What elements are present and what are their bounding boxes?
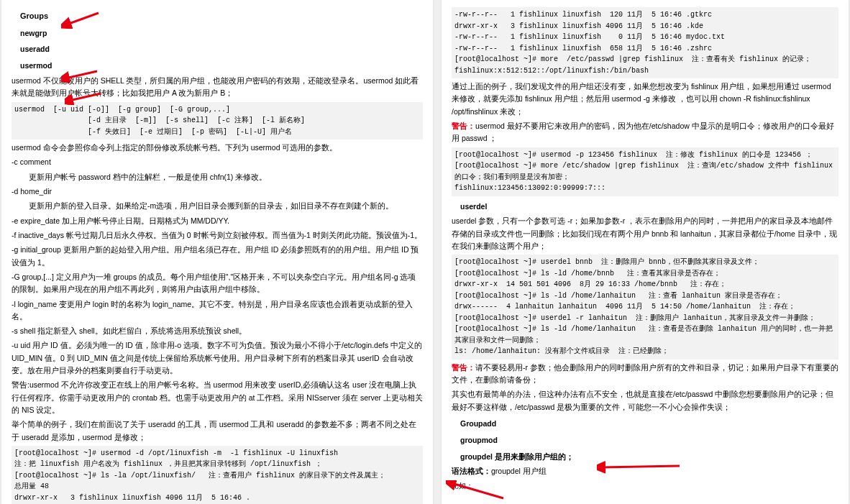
opt-f: -f inactive_days 帐号过期几日后永久停权。当值为 0 时帐号则立… (12, 229, 423, 242)
ls-output: -rw-r--r-- 1 fishlinux linuxfish 120 11月… (452, 7, 838, 78)
right-page: -rw-r--r-- 1 fishlinux linuxfish 120 11月… (442, 0, 849, 504)
p-last: 比如： (452, 480, 838, 492)
groupdel-syntax-line: 语法格式：groupdel 用户组 (452, 465, 838, 477)
heading-groups: Groups (20, 10, 423, 23)
heading-groupmod: groupmod (460, 434, 838, 446)
opt-d: -d home_dir (12, 185, 423, 198)
p-passwd-note: 其实也有最简单的办法，但这种办法有点不安全，也就是直接在/etc/passwd … (452, 388, 838, 413)
opt-e: -e expire_date 加上用户帐号停止日期。日期格式为 MM/DD/YY… (12, 215, 423, 227)
heading-groupadd: Groupadd (460, 418, 838, 430)
warn-label-2: 警告： (452, 363, 475, 372)
p-userdel-intro: userdel 参数，只有一个参数可选 -r；如果加参数-r ，表示在删除用户的… (452, 215, 838, 252)
opt-c: -c comment (12, 156, 423, 168)
heading-newgrp: newgrp (20, 27, 423, 40)
left-page: Groups newgrp useradd usermod usermod 不仅… (1, 0, 433, 504)
opt-u: -u uid 用户 ID 值。必须为唯一的 ID 值，除非用-o 选项。数字不可… (12, 339, 423, 377)
heading-userdel: userdel (460, 201, 838, 213)
warn-label: 警告： (452, 122, 475, 130)
userdel-warning: 警告：请不要轻易用-r 参数；他会删除用户的同时删除用户所有的文件和目录，切记；… (452, 362, 838, 387)
p-usermod-params: usermod 命令会参照你命令列上指定的部份修改系统帐号档。下列为 userm… (12, 142, 423, 154)
heading-groupdel: groupdel 是用来删除用户组的； (460, 451, 838, 463)
p-after-example: 通过上面的例子，我们发现文件的用户组还没有变，如果您想改变为 fishlinux… (452, 81, 838, 118)
usermod-p-example: [root@localhost ~]# usermod -p 123456 fi… (452, 147, 838, 196)
usermod-pw-warning: 警告：usermod 最好不要用它来改用户的密码，因为他在/etc/shadow… (452, 120, 838, 145)
heading-usermod: usermod (20, 60, 423, 72)
opt-g: -g initial_group 更新用户新的起始登入用户组。用户组名须已存在。… (12, 244, 423, 269)
opt-c-desc: 更新用户帐号 password 档中的注解栏，一般是使用 chfn(1) 来修改… (12, 171, 423, 183)
usermod-syntax: usermod [-u uid [-o]] [-g group] [-G gro… (12, 102, 423, 140)
warn-text-2: 请不要轻易用-r 参数；他会删除用户的同时删除用户所有的文件和目录，切记；如果用… (452, 363, 838, 384)
usermod-warning: 警告:usermod 不允许你改变正在线上的用户帐号名称。当 usermod 用… (12, 379, 423, 416)
opt-l: -l login_name 变更用户 login 时的名称为 login_nam… (12, 298, 423, 324)
syntax-label: 语法格式： (452, 467, 491, 475)
opt-s: -s shell 指定新登入 shell。如此栏留白，系统将选用系统预设 she… (12, 325, 423, 337)
warn-text: usermod 最好不要用它来改用户的密码，因为他在/etc/shadow 中显… (452, 122, 834, 142)
opt-d-desc: 更新用户新的登入目录。如果给定-m选项，用户旧目录会搬到新的目录去，如旧目录不存… (12, 200, 423, 212)
heading-useradd: useradd (20, 43, 423, 55)
opt-G: -G group,[...] 定义用户为一堆 groups 的成员。每个用户组使… (12, 271, 423, 296)
p-example-intro: 举个简单的例子，我们在前面说了关于 useradd 的工具，而 usermod … (12, 418, 423, 444)
p-usermod-intro: usermod 不仅能改用户的 SHELL 类型，所归属的用户组，也能改用户密码… (12, 75, 423, 100)
syntax-text: groupdel 用户组 (491, 467, 547, 475)
usermod-example: [root@localhost ~]# usermod -d /opt/linu… (12, 446, 423, 504)
userdel-example: [root@localhost ~]# userdel bnnb 注：删除用户 … (452, 255, 838, 359)
